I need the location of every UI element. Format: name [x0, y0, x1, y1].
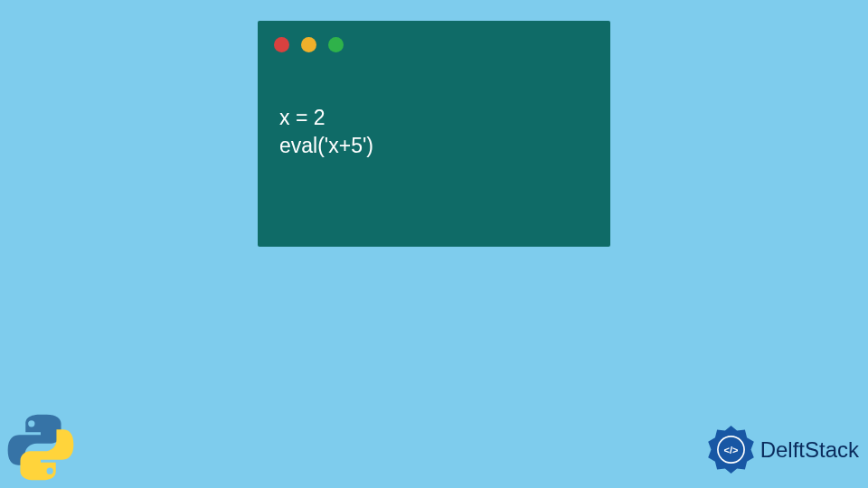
traffic-lights — [274, 37, 344, 52]
delftstack-badge-icon: </> — [706, 425, 756, 474]
code-line: x = 2 — [279, 104, 373, 132]
svg-text:</>: </> — [723, 445, 738, 455]
python-logo-icon — [5, 411, 77, 483]
delftstack-label: DelftStack — [760, 437, 859, 463]
minimize-icon — [301, 37, 316, 52]
code-window: x = 2 eval('x+5') — [258, 21, 610, 247]
close-icon — [274, 37, 289, 52]
maximize-icon — [328, 37, 344, 52]
code-block: x = 2 eval('x+5') — [279, 104, 373, 160]
code-line: eval('x+5') — [279, 132, 373, 160]
delftstack-logo: </> DelftStack — [706, 425, 859, 474]
